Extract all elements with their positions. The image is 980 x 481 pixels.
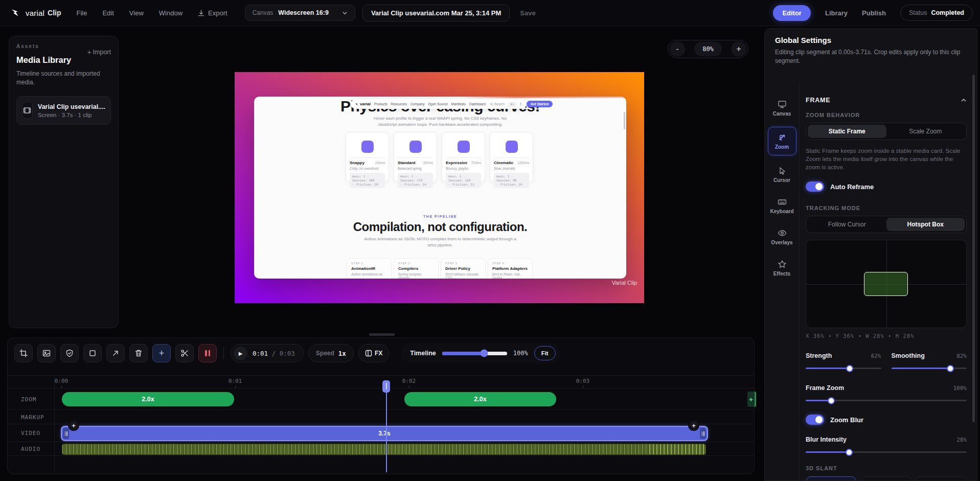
preview-nav-opensource: Open Source [428, 102, 447, 106]
tab-editor[interactable]: Editor [773, 5, 811, 21]
strength-slider[interactable] [806, 368, 881, 369]
menu-view[interactable]: View [129, 9, 144, 17]
zoom-level-value[interactable]: 80% [694, 42, 722, 56]
pipeline-title: Compilation, not configuration. [254, 220, 626, 234]
playhead[interactable] [382, 380, 390, 468]
image-button[interactable] [37, 344, 56, 362]
tab-zoom[interactable]: Zoom [768, 127, 796, 155]
strength-value: 62% [871, 353, 881, 359]
option-scale-zoom[interactable]: Scale Zoom [886, 125, 965, 138]
fx-button[interactable]: FX [358, 344, 389, 362]
canvas-select-value: Widescreen 16:9 [278, 9, 329, 16]
import-button[interactable]: + Import [87, 49, 111, 56]
slider-knob[interactable] [828, 397, 835, 404]
auto-reframe-toggle[interactable] [806, 181, 824, 192]
option-hotspot-box[interactable]: Hotspot Box [886, 218, 965, 231]
arrow-button[interactable] [106, 344, 125, 362]
option-follow-cursor[interactable]: Follow Cursor [808, 218, 886, 231]
fit-button[interactable]: Fit [534, 346, 556, 360]
add-clip-button[interactable]: + [152, 344, 171, 362]
frame-zoom-slider[interactable] [806, 400, 967, 401]
slider-knob[interactable] [846, 449, 853, 456]
track-audio: AUDIO [8, 442, 754, 456]
zoom-blur-toggle[interactable] [806, 415, 824, 425]
ruler-tick-0: 0:00 [55, 378, 69, 384]
preview-webpage: Physics over easing curves! varial Produ… [254, 97, 626, 279]
slant-left-card[interactable]: Left PRO [861, 476, 911, 481]
play-button[interactable]: ▶ [234, 347, 247, 360]
trash-icon [134, 349, 143, 357]
profile-card-standard: Standard300ms Balanced spring mass: 1 · … [394, 132, 437, 182]
document-title[interactable]: Varial Clip usevarial.com Mar 25, 3:14 P… [362, 5, 510, 21]
export-button[interactable]: Export [198, 9, 227, 17]
timeline-zoom-group: Timeline 100% Fit [401, 343, 560, 363]
track-label-zoom: ZOOM [21, 396, 37, 402]
zoom-segment-1[interactable]: 2.0x [62, 392, 234, 406]
brand-name: varial [26, 9, 44, 17]
zoom-behavior-label: ZOOM BEHAVIOR [806, 112, 967, 118]
slider-knob[interactable] [846, 365, 853, 372]
zoom-behavior-segmented: Static Frame Scale Zoom [806, 123, 967, 140]
blur-intensity-slider[interactable] [806, 451, 967, 453]
slant-right-card[interactable]: Right PRO [916, 476, 967, 481]
option-static-frame[interactable]: Static Frame [808, 125, 886, 138]
canvas-aspect-select[interactable]: Canvas Widescreen 16:9 [245, 5, 355, 21]
auto-reframe-label: Auto Reframe [830, 183, 874, 191]
timeline-resize-handle[interactable] [369, 333, 395, 336]
hotspot-box[interactable] [864, 272, 908, 296]
zoom-segment-2[interactable]: 2.0x [404, 392, 556, 406]
slider-knob[interactable] [481, 350, 488, 357]
pipeline-steps: STEP 1 AnimationIR Author animations as … [347, 258, 533, 279]
track-markup: MARKUP [8, 410, 754, 424]
status-label: Status [909, 9, 927, 16]
timeline-ruler[interactable]: 0:00 0:01 0:02 0:03 [8, 376, 754, 388]
moon-icon: ☾ [520, 102, 523, 106]
shield-check-button[interactable] [60, 344, 79, 362]
spring-demo-blob [506, 141, 518, 153]
frame-section-header[interactable]: FRAME [806, 97, 967, 104]
tab-library[interactable]: Library [825, 9, 848, 17]
clip-trim-handle-left[interactable] [63, 428, 69, 439]
cursor-icon [778, 166, 787, 175]
tab-publish[interactable]: Publish [862, 9, 886, 17]
smoothing-label: Smoothing [892, 352, 925, 359]
profile-card-expressive: Expressive700ms Bouncy, playful mass: 1 … [442, 132, 485, 182]
tab-canvas[interactable]: Canvas [768, 96, 796, 120]
hotspot-preview[interactable] [806, 240, 967, 328]
menu-window[interactable]: Window [159, 9, 183, 17]
tab-keyboard[interactable]: Keyboard [768, 193, 796, 218]
split-pause-button[interactable] [198, 344, 217, 362]
add-right-button[interactable]: + [688, 420, 699, 431]
speed-control[interactable]: Speed 1x [308, 344, 354, 362]
menu-edit[interactable]: Edit [102, 9, 113, 17]
crop-button[interactable] [14, 344, 33, 362]
add-left-button[interactable]: + [68, 420, 79, 431]
slant-off-card[interactable]: Off [806, 476, 856, 481]
ruler-tick-1: 0:01 [229, 378, 242, 384]
profile-card-snappy: Snappy150ms Crisp, no overshoot mass: 1 … [346, 132, 389, 182]
settings-content: FRAME ZOOM BEHAVIOR Static Frame Scale Z… [806, 82, 967, 481]
tab-cursor[interactable]: Cursor [768, 162, 796, 187]
tab-effects[interactable]: Effects [768, 256, 796, 280]
clip-trim-handle-right[interactable] [700, 428, 706, 439]
monitor-icon [778, 100, 787, 109]
menu-file[interactable]: File [77, 9, 87, 17]
zoom-out-button[interactable]: - [670, 41, 685, 57]
timeline-zoom-slider[interactable] [442, 352, 507, 355]
status-badge: Status Completed [900, 5, 973, 21]
panel-scrollbar[interactable] [972, 75, 975, 422]
media-clip-item[interactable]: Varial Clip usevarial.... Screen · 3.7s … [16, 96, 111, 125]
tracking-mode-segmented: Follow Cursor Hotspot Box [806, 216, 967, 233]
add-zoom-segment-button[interactable]: + [747, 392, 756, 407]
slider-knob[interactable] [947, 365, 954, 372]
media-library-title: Media Library [16, 55, 111, 65]
tab-overlays[interactable]: Overlays [768, 224, 796, 249]
preview-logo-icon [355, 102, 359, 106]
save-button[interactable]: Save [520, 9, 535, 17]
smoothing-slider[interactable] [892, 368, 967, 369]
zoom-in-button[interactable]: + [731, 41, 746, 57]
frame-button[interactable] [83, 344, 102, 362]
cut-button[interactable] [175, 344, 194, 362]
track-label-markup: MARKUP [21, 414, 44, 420]
delete-button[interactable] [129, 344, 148, 362]
